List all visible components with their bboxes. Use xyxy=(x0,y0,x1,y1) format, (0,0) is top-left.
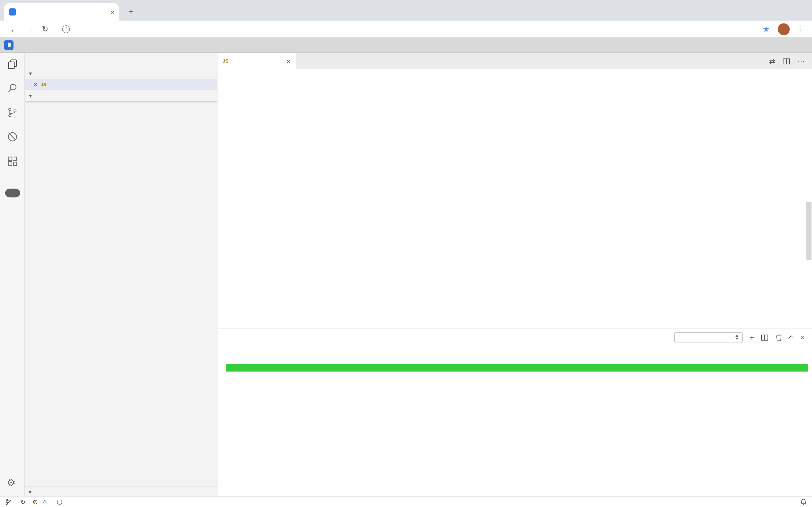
scrollbar-thumb[interactable] xyxy=(806,202,811,260)
editor-tab-bar: JS × ⇄ ··· xyxy=(217,53,812,70)
js-file-icon: JS xyxy=(40,81,47,87)
profile-avatar[interactable] xyxy=(778,23,790,35)
open-editors-header[interactable]: ▾ xyxy=(25,67,217,78)
select-arrows-icon xyxy=(736,335,739,340)
panel-header: + × xyxy=(217,329,812,346)
settings-gear-icon[interactable]: ⚙ xyxy=(7,477,16,489)
file-tree xyxy=(25,101,217,486)
debug-icon[interactable] xyxy=(6,131,19,143)
browser-menu-icon[interactable]: ⋮ xyxy=(797,25,804,33)
open-editor-item[interactable]: × JS xyxy=(25,79,217,90)
editor-group: JS × ⇄ ··· xyxy=(217,53,812,497)
sync-button[interactable]: ↻ xyxy=(20,498,25,506)
code-lines xyxy=(249,69,744,329)
loading-spinner-icon xyxy=(57,500,62,505)
screen: × + ← → ↻ i ★ ⋮ xyxy=(0,0,812,507)
close-panel-icon[interactable]: × xyxy=(800,334,805,341)
branch-icon xyxy=(5,499,11,505)
htop-table xyxy=(226,364,808,371)
search-icon[interactable] xyxy=(6,82,19,94)
activity-bar: ⚙ xyxy=(0,53,25,497)
explorer-icon[interactable] xyxy=(6,58,19,70)
app-logo-icon[interactable] xyxy=(4,40,13,50)
workbench: ⚙ ▾ × JS ▾ ▸ xyxy=(0,53,812,497)
htop-table-header xyxy=(226,364,808,371)
editor[interactable] xyxy=(217,69,812,329)
tab-close-icon[interactable]: × xyxy=(287,57,291,65)
more-actions-icon[interactable]: ··· xyxy=(798,57,805,65)
panel-actions: + × xyxy=(675,332,812,343)
warning-icon: ⚠ xyxy=(42,498,48,506)
favicon-icon xyxy=(9,8,16,15)
back-button[interactable]: ← xyxy=(6,25,22,34)
browser-toolbar: ← → ↻ i ★ ⋮ xyxy=(0,21,812,38)
notifications-bell-icon[interactable] xyxy=(800,499,807,505)
editor-actions: ⇄ ··· xyxy=(769,57,812,65)
error-icon: ⊘ xyxy=(33,498,38,506)
editor-tab[interactable]: JS × xyxy=(217,53,296,70)
bookmark-star-icon[interactable]: ★ xyxy=(762,24,769,34)
status-bar: ↻ ⊘ ⚠ xyxy=(0,496,812,507)
reload-button[interactable]: ↻ xyxy=(37,24,53,34)
kill-terminal-icon[interactable] xyxy=(775,334,783,341)
maximize-panel-icon[interactable] xyxy=(789,336,794,341)
forward-button[interactable]: → xyxy=(22,25,37,34)
chevron-down-icon: ▾ xyxy=(27,70,34,76)
browser-tab[interactable]: × xyxy=(4,3,119,21)
browser-tab-bar: × + xyxy=(0,0,812,21)
site-info-icon[interactable]: i xyxy=(62,25,70,33)
new-terminal-icon[interactable]: + xyxy=(750,334,754,341)
terminal-select[interactable] xyxy=(675,332,743,343)
outline-header[interactable]: ▸ xyxy=(25,486,217,496)
chevron-right-icon: ▸ xyxy=(27,489,34,494)
split-editor-icon[interactable] xyxy=(783,57,790,65)
sidebar: ▾ × JS ▾ ▸ xyxy=(25,53,217,497)
new-tab-button[interactable]: + xyxy=(124,5,138,19)
off-toggle[interactable] xyxy=(5,189,20,198)
problems-indicator[interactable]: ⊘ ⚠ xyxy=(33,498,50,506)
source-control-icon[interactable] xyxy=(6,106,19,118)
editor-scrollbar[interactable] xyxy=(806,69,812,329)
open-changes-icon[interactable]: ⇄ xyxy=(769,57,775,65)
terminal[interactable] xyxy=(217,346,812,496)
menubar xyxy=(0,37,812,53)
sidebar-title xyxy=(25,53,217,67)
language-status[interactable] xyxy=(57,500,64,505)
branch-indicator[interactable] xyxy=(5,499,13,505)
js-file-icon: JS xyxy=(223,59,229,64)
tab-close-icon[interactable]: × xyxy=(111,8,114,16)
chevron-down-icon: ▾ xyxy=(27,93,34,98)
split-terminal-icon[interactable] xyxy=(761,334,768,341)
close-editor-icon[interactable]: × xyxy=(34,80,37,88)
gutter xyxy=(217,69,249,329)
panel: + × xyxy=(217,329,812,496)
workspace-header[interactable]: ▾ xyxy=(25,90,217,101)
minimap[interactable] xyxy=(744,69,806,329)
extensions-icon[interactable] xyxy=(6,155,19,167)
